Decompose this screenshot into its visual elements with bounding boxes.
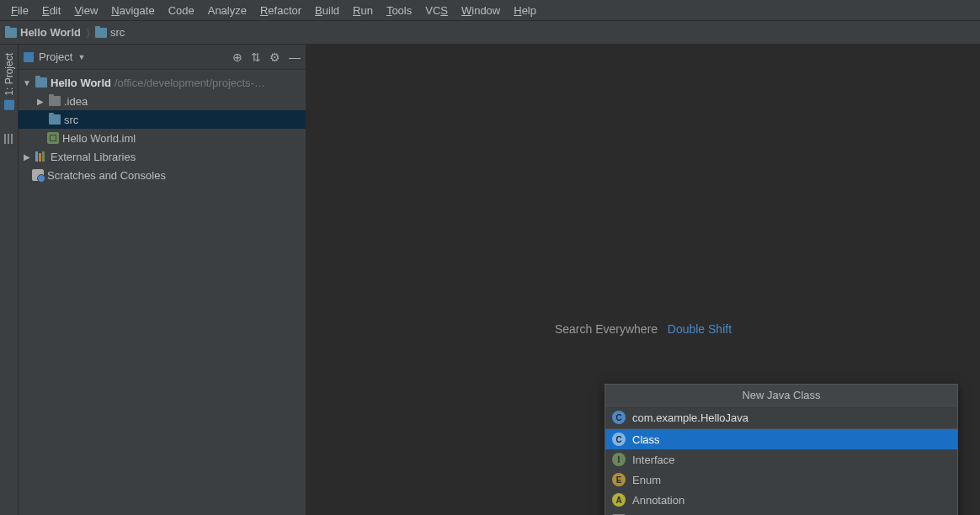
project-icon <box>24 52 34 62</box>
left-gutter: 1: Project <box>0 45 19 515</box>
popup-item-enum[interactable]: EEnum <box>605 470 957 490</box>
tree-root-path: /office/development/projects-… <box>115 77 265 89</box>
tree-iml-label: Hello World.iml <box>62 132 136 145</box>
collapse-icon[interactable]: ⇅ <box>251 50 261 64</box>
menu-window[interactable]: Window <box>455 2 506 19</box>
popup-item-class[interactable]: CClass <box>605 429 957 449</box>
class-badge-icon: C <box>612 433 626 446</box>
new-class-popup: New Java Class C CClassIInterfaceEEnumAA… <box>605 384 958 515</box>
popup-type-list: CClassIInterfaceEEnumAAnnotationJavaFXAp… <box>605 429 957 515</box>
tree-scratches[interactable]: Scratches and Consoles <box>19 166 306 184</box>
gutter-tab-project[interactable]: 1: Project <box>3 51 15 112</box>
hint-label: Search Everywhere <box>555 322 658 336</box>
expand-icon[interactable] <box>22 152 32 162</box>
menu-view[interactable]: View <box>68 2 104 19</box>
sidebar-title-label: Project <box>39 50 72 63</box>
breadcrumb: Hello World ⟩ src <box>0 21 980 45</box>
popup-item-interface[interactable]: IInterface <box>605 449 957 470</box>
gutter-tab-project-label: 1: Project <box>3 53 15 96</box>
chevron-down-icon: ▼ <box>77 53 85 61</box>
tree-root[interactable]: Hello World /office/development/projects… <box>19 73 306 92</box>
menu-navigate[interactable]: Navigate <box>105 2 160 19</box>
popup-item-annotation[interactable]: AAnnotation <box>605 490 957 510</box>
folder-icon <box>35 77 47 88</box>
breadcrumb-sep: ⟩ <box>86 26 90 40</box>
menu-analyze[interactable]: Analyze <box>202 2 253 19</box>
module-icon <box>47 132 59 144</box>
tree-iml[interactable]: Hello World.iml <box>19 129 306 147</box>
folder-icon <box>49 96 61 106</box>
popup-item-javafxapplication[interactable]: JavaFXApplication <box>605 510 957 515</box>
enum-badge-icon: E <box>612 473 626 486</box>
interface-badge-icon: I <box>612 453 626 466</box>
libraries-icon <box>35 151 47 162</box>
hide-icon[interactable]: — <box>289 50 301 64</box>
hint-key: Double Shift <box>668 322 732 336</box>
tree-src-label: src <box>64 114 78 126</box>
annotation-badge-icon: A <box>612 493 626 507</box>
locate-icon[interactable]: ⊕ <box>232 50 242 64</box>
tree-external[interactable]: External Libraries <box>19 147 306 166</box>
expand-icon[interactable] <box>22 78 32 88</box>
folder-icon <box>95 28 107 38</box>
breadcrumb-folder-label: src <box>110 26 125 39</box>
menubar: FileEditViewNavigateCodeAnalyzeRefactorB… <box>0 0 980 21</box>
sidebar-header: Project ▼ ⊕ ⇅ ⚙ — <box>19 45 306 70</box>
folder-icon <box>5 28 17 38</box>
menu-vcs[interactable]: VCS <box>419 2 454 19</box>
tree-root-label: Hello World <box>51 77 111 89</box>
class-name-input[interactable] <box>632 411 951 424</box>
search-hint: Search Everywhere Double Shift <box>555 322 732 336</box>
project-icon <box>4 100 14 110</box>
popup-item-label: Annotation <box>632 494 684 507</box>
popup-input-row: C <box>605 406 957 429</box>
menu-help[interactable]: Help <box>508 2 542 19</box>
sidebar-view-selector[interactable]: Project ▼ <box>24 50 85 63</box>
project-sidebar: Project ▼ ⊕ ⇅ ⚙ — Hello World /office/de… <box>19 45 306 515</box>
tree-scratches-label: Scratches and Consoles <box>47 169 166 182</box>
class-badge-icon: C <box>612 411 626 424</box>
menu-code[interactable]: Code <box>162 2 200 19</box>
tree-idea[interactable]: .idea <box>19 92 306 110</box>
structure-icon <box>4 134 14 144</box>
menu-run[interactable]: Run <box>347 2 379 19</box>
gutter-tab-structure[interactable] <box>4 129 14 146</box>
project-tree: Hello World /office/development/projects… <box>19 70 306 188</box>
popup-item-label: Class <box>632 433 660 446</box>
expand-icon[interactable] <box>35 97 45 106</box>
popup-title: New Java Class <box>605 385 957 406</box>
gear-icon[interactable]: ⚙ <box>269 50 280 64</box>
breadcrumb-project[interactable]: Hello World <box>5 26 81 39</box>
popup-item-label: Interface <box>632 454 675 466</box>
menu-file[interactable]: File <box>5 2 35 19</box>
breadcrumb-folder[interactable]: src <box>95 26 125 39</box>
tree-idea-label: .idea <box>64 95 88 108</box>
menu-build[interactable]: Build <box>309 2 345 19</box>
menu-tools[interactable]: Tools <box>381 2 418 19</box>
sidebar-actions: ⊕ ⇅ ⚙ — <box>232 50 301 64</box>
breadcrumb-project-label: Hello World <box>20 26 81 39</box>
scratches-icon <box>32 169 44 181</box>
tree-src[interactable]: ▶ src <box>19 110 306 129</box>
menu-edit[interactable]: Edit <box>36 2 67 19</box>
popup-item-label: Enum <box>632 474 661 486</box>
tree-external-label: External Libraries <box>51 151 136 163</box>
folder-icon <box>49 114 61 125</box>
editor-area: Search Everywhere Double Shift New Java … <box>306 45 980 515</box>
menu-refactor[interactable]: Refactor <box>254 2 307 19</box>
